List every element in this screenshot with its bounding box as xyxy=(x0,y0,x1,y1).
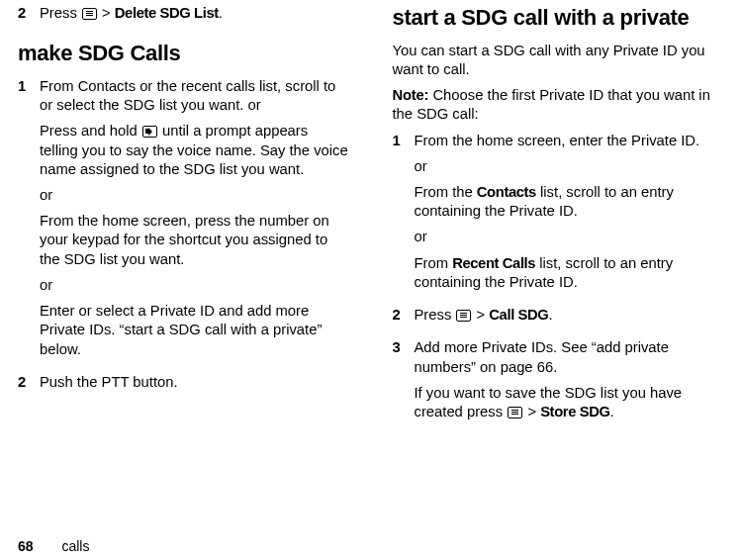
menu-key-icon xyxy=(456,310,471,322)
text: Press and hold xyxy=(40,123,141,139)
step-number: 2 xyxy=(18,4,40,30)
bold-text: Call SDG xyxy=(489,307,548,323)
text: . xyxy=(219,5,223,21)
bold-text: Store SDG xyxy=(540,404,609,420)
step-body: Push the PTT button. xyxy=(40,373,349,399)
bold-text: Contacts xyxy=(477,184,536,200)
intro-text: You can start a SDG call with any Privat… xyxy=(393,42,724,79)
page: 2 Press > Delete SDG List. make SDG Call… xyxy=(0,0,741,560)
or-text: or xyxy=(40,276,349,295)
step-1: 1 From the home screen, enter the Privat… xyxy=(393,132,724,300)
right-column: start a SDG call with a private You can … xyxy=(371,4,724,560)
step-text: From the home screen, enter the Private … xyxy=(415,132,724,150)
menu-key-icon xyxy=(82,8,97,20)
step-number: 1 xyxy=(393,132,415,300)
text: Press xyxy=(415,307,456,323)
step-text: From the home screen, press the number o… xyxy=(40,212,349,269)
or-text: or xyxy=(415,228,724,246)
step-number: 2 xyxy=(18,373,40,399)
note-text: Note: Choose the first Private ID that y… xyxy=(393,86,724,124)
step-text: Enter or select a Private ID and add mor… xyxy=(40,302,349,359)
step-text: If you want to save the SDG list you hav… xyxy=(415,384,724,421)
step-body: Press > Delete SDG List. xyxy=(40,4,349,30)
step-text: Press > Call SDG. xyxy=(415,306,724,325)
step-text: Press > Delete SDG List. xyxy=(40,4,349,23)
footer: 68 calls xyxy=(18,538,89,554)
step-body: From the home screen, enter the Private … xyxy=(415,132,724,300)
step-text: Add more Private IDs. See “add private n… xyxy=(415,338,724,376)
step-number: 2 xyxy=(393,306,415,331)
left-column: 2 Press > Delete SDG List. make SDG Call… xyxy=(18,4,371,560)
step-2: 2 Push the PTT button. xyxy=(18,373,349,399)
text: > xyxy=(98,5,115,21)
step-text: From Recent Calls list, scroll to an ent… xyxy=(415,254,724,292)
page-number: 68 xyxy=(18,538,34,554)
text: . xyxy=(548,307,552,323)
step-text: Press and hold until a prompt appears te… xyxy=(40,122,349,179)
text: > xyxy=(523,404,540,420)
step-body: From Contacts or the recent calls list, … xyxy=(40,77,349,366)
heading-make-sdg-calls: make SDG Calls xyxy=(18,40,349,68)
text: . xyxy=(610,404,614,420)
text: Choose the first Private ID that you wan… xyxy=(393,87,710,122)
step-body: Press > Call SDG. xyxy=(415,306,724,331)
text: From xyxy=(415,255,453,271)
section-label: calls xyxy=(61,538,89,554)
step-2: 2 Press > Call SDG. xyxy=(393,306,724,331)
or-text: or xyxy=(415,157,724,176)
text: From the xyxy=(415,184,477,200)
menu-key-icon xyxy=(508,407,522,419)
text: > xyxy=(472,307,489,323)
or-text: or xyxy=(40,186,349,205)
heading-start-sdg-private: start a SDG call with a private xyxy=(393,4,724,33)
step-text: From Contacts or the recent calls list, … xyxy=(40,77,349,115)
step-3: 3 Add more Private IDs. See “add private… xyxy=(393,338,724,428)
note-label: Note: xyxy=(393,87,429,103)
step-number: 1 xyxy=(18,77,40,366)
step-1: 1 From Contacts or the recent calls list… xyxy=(18,77,349,366)
step-number: 3 xyxy=(393,338,415,428)
step-text: Push the PTT button. xyxy=(40,373,349,392)
text: Press xyxy=(40,5,81,21)
bold-text: Recent Calls xyxy=(452,255,535,271)
bold-text: Delete SDG List xyxy=(115,5,219,21)
step-text: From the Contacts list, scroll to an ent… xyxy=(415,183,724,221)
step-delete-sdg: 2 Press > Delete SDG List. xyxy=(18,4,349,30)
speaker-key-icon xyxy=(142,126,157,138)
step-body: Add more Private IDs. See “add private n… xyxy=(415,338,724,428)
